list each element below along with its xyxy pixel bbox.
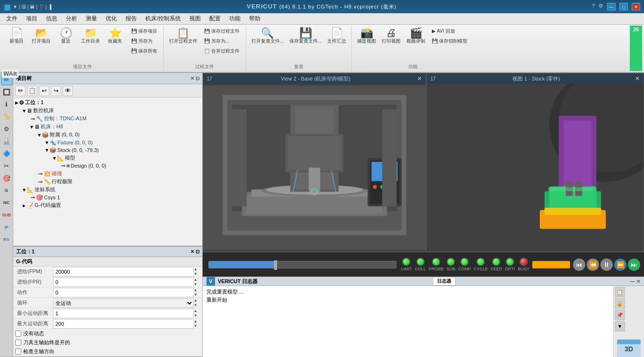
menu-machine[interactable]: 机床/控制系统 bbox=[141, 13, 185, 24]
favorites-btn[interactable]: ⭐ 收藏夹 bbox=[103, 27, 127, 45]
tree-node-model[interactable]: ▾ 📐 模型 bbox=[14, 154, 201, 162]
print-view-btn[interactable]: 🖨 打印视图 bbox=[379, 27, 403, 45]
ttbtn-2[interactable]: 📋 bbox=[27, 86, 37, 96]
saveall-project-btn[interactable]: 💾 保存所有 bbox=[128, 46, 161, 56]
ltool-mark[interactable]: 🔷 bbox=[1, 148, 12, 159]
ltool-select[interactable]: 🔲 bbox=[1, 86, 12, 98]
help-btn[interactable]: ? bbox=[592, 3, 595, 10]
prop-input-mintravel[interactable] bbox=[53, 309, 194, 318]
save-cut-model-btn[interactable]: 💾 保存切削模型 bbox=[429, 36, 471, 46]
menu-view[interactable]: 视图 bbox=[185, 13, 205, 24]
prop-select-cycle[interactable]: 全运动 bbox=[53, 298, 194, 308]
view1-content[interactable] bbox=[427, 84, 644, 251]
sim-btn-toend[interactable]: ⏭ bbox=[628, 259, 640, 271]
log-close-btn[interactable]: ✕ bbox=[636, 279, 640, 284]
props-popout-btn[interactable]: ⊡ bbox=[196, 249, 199, 254]
prop-input-action[interactable] bbox=[53, 288, 194, 297]
tree-node-travel[interactable]: ⊸ 📏 行程极限 bbox=[14, 178, 201, 186]
sim-btn-tostart[interactable]: ⏮ bbox=[573, 259, 585, 271]
new-project-btn[interactable]: 📄 新项目 bbox=[5, 27, 28, 45]
save-review-btn[interactable]: 💾 保存复查文件... bbox=[287, 27, 324, 45]
sim-progress-thumb[interactable] bbox=[274, 260, 277, 270]
check-spindle-dir[interactable] bbox=[15, 348, 21, 355]
action-up[interactable]: ▲ bbox=[194, 288, 200, 293]
prop-input-fpr[interactable] bbox=[53, 277, 194, 287]
menu-config[interactable]: 配置 bbox=[205, 13, 225, 24]
log-side-btn-2[interactable]: 🔒 bbox=[615, 298, 625, 309]
log-side-btn-1[interactable]: 📋 bbox=[615, 287, 625, 297]
tree-node-fixture[interactable]: ▾ 🔩 Fixture (0, 0, 0) bbox=[14, 139, 201, 146]
open-review-btn[interactable]: 🔍 打开复查文件... bbox=[249, 27, 286, 45]
open-process-btn[interactable]: 📋 打开过程文件 bbox=[167, 27, 200, 45]
saveas-process-btn[interactable]: 💾 另存为... bbox=[201, 36, 243, 46]
maxtravel-down[interactable]: ▼ bbox=[194, 324, 200, 329]
saveas-project-btn[interactable]: 💾 另存为 bbox=[128, 36, 161, 46]
merge-process-btn[interactable]: 📋 合并过程文件 bbox=[201, 46, 243, 56]
tree-node-cnc[interactable]: ▾ 🖥 数控机床 bbox=[14, 107, 201, 115]
ltool-sub[interactable]: SUB bbox=[1, 209, 12, 221]
mintravel-up[interactable]: ▲ bbox=[194, 309, 200, 313]
video-record-btn[interactable]: 🎬 视频录制 bbox=[404, 27, 428, 45]
ltool-ip[interactable]: IP bbox=[1, 222, 12, 233]
avi-playback-btn[interactable]: ▶ AVI 回放 bbox=[429, 27, 471, 36]
tree-node-design[interactable]: ⊸ ■ Design (0, 0, 0) bbox=[14, 162, 201, 170]
workdir-btn[interactable]: 📁 工作目录 bbox=[79, 27, 102, 45]
open-project-btn[interactable]: 📂 打开项目 bbox=[29, 27, 53, 45]
log-side-btn-3[interactable]: 📌 bbox=[615, 310, 625, 320]
recent-btn[interactable]: 🕐 最近 bbox=[54, 27, 78, 45]
sim-btn-back[interactable]: ⏪ bbox=[587, 259, 599, 271]
maxtravel-up[interactable]: ▲ bbox=[194, 319, 200, 324]
menu-report[interactable]: 报告 bbox=[121, 13, 141, 24]
feed-slider[interactable] bbox=[532, 261, 570, 268]
sim-btn-forward[interactable]: ⏩ bbox=[614, 259, 626, 271]
menu-function[interactable]: 功能 bbox=[225, 13, 245, 24]
mintravel-down[interactable]: ▼ bbox=[194, 313, 200, 318]
close-btn[interactable]: ✕ bbox=[632, 3, 640, 10]
view2-content[interactable] bbox=[203, 84, 426, 251]
tree-popout-btn[interactable]: ⊡ bbox=[196, 76, 199, 81]
check-nodynamics[interactable] bbox=[15, 330, 21, 337]
tree-node-gcode-offset[interactable]: ▸ 📝 G-代码偏置 bbox=[14, 201, 201, 209]
sim-progress[interactable] bbox=[208, 261, 396, 268]
ltool-nc[interactable]: NC bbox=[1, 197, 12, 208]
tree-node-attach[interactable]: ▾ 📦 附属 (0, 0, 0) bbox=[14, 131, 201, 139]
tree-node-csys[interactable]: ▾ 📐 坐标系统 bbox=[14, 186, 201, 194]
ltool-analyze[interactable]: 🔬 bbox=[1, 135, 12, 147]
action-down[interactable]: ▼ bbox=[194, 293, 200, 297]
tree-node-workstation[interactable]: ▸ ⚙ 工位：1 bbox=[14, 98, 201, 107]
menu-analyze[interactable]: 分析 bbox=[62, 13, 81, 24]
tree-node-collision[interactable]: ⊸ 💥 碰撞 bbox=[14, 170, 201, 178]
menu-project[interactable]: 项目 bbox=[22, 13, 42, 24]
menu-file[interactable]: 文件 bbox=[2, 13, 22, 24]
fpm-up[interactable]: ▲ bbox=[194, 267, 200, 272]
ttbtn-1[interactable]: ✏ bbox=[15, 86, 26, 96]
view2-close[interactable]: ✕ bbox=[417, 75, 422, 82]
menu-optimize[interactable]: 优化 bbox=[101, 13, 121, 24]
prop-input-fpm[interactable] bbox=[53, 267, 194, 277]
tree-node-stock[interactable]: ▾ 📦 Stock (0, 0, -79.3) bbox=[14, 146, 201, 154]
minimize-btn[interactable]: — bbox=[607, 3, 616, 10]
log-side-btn-4[interactable]: ▼ bbox=[615, 321, 625, 331]
menu-help[interactable]: 帮助 bbox=[245, 13, 265, 24]
props-minimize-btn[interactable]: ✕ bbox=[190, 249, 194, 254]
file-summary-btn[interactable]: 📄 文件汇总 bbox=[325, 27, 349, 45]
fpr-down[interactable]: ▼ bbox=[194, 282, 200, 287]
ltool-measure[interactable]: 📏 bbox=[1, 111, 12, 122]
ttbtn-redo[interactable]: ↪ bbox=[51, 86, 61, 96]
ltool-gear[interactable]: ⚙ bbox=[1, 123, 12, 134]
tree-node-machine[interactable]: ▾ 🖥 机床：H8 bbox=[14, 123, 201, 131]
save-project-btn[interactable]: 💾 保存项目 bbox=[128, 27, 161, 36]
fpm-down[interactable]: ▼ bbox=[194, 272, 200, 277]
view1-close[interactable]: ✕ bbox=[635, 75, 640, 82]
maximize-btn[interactable]: □ bbox=[619, 3, 628, 10]
tree-minimize-btn[interactable]: ✕ bbox=[190, 76, 194, 81]
cycle-down[interactable]: ▼ bbox=[194, 303, 200, 308]
sim-btn-pause[interactable]: ⏸ bbox=[600, 259, 613, 271]
ltool-info[interactable]: ℹ bbox=[1, 98, 12, 110]
ltool-cut[interactable]: ✂ bbox=[1, 160, 12, 171]
menu-info[interactable]: 信息 bbox=[42, 13, 62, 24]
fpr-up[interactable]: ▲ bbox=[194, 277, 200, 282]
check-spindle[interactable] bbox=[15, 339, 21, 346]
ltool-target[interactable]: 🎯 bbox=[1, 172, 12, 184]
save-process-btn[interactable]: 💾 保存过程文件 bbox=[201, 27, 243, 36]
